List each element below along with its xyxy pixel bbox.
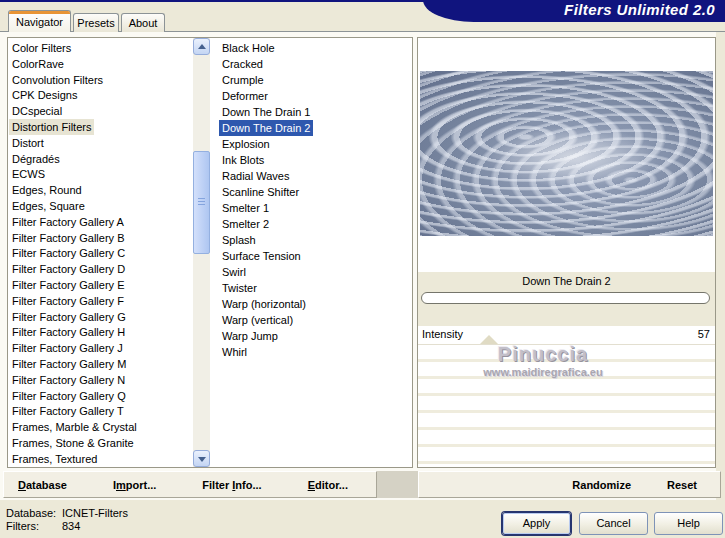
- lists-panel: Color FiltersColorRaveConvolution Filter…: [7, 37, 413, 468]
- category-list-item[interactable]: Filter Factory Gallery J: [9, 340, 126, 356]
- toolbar-right: Randomize Reset: [418, 471, 721, 498]
- filter-list[interactable]: Black HoleCrackedCrumpleDeformerDown The…: [219, 40, 409, 465]
- category-list-item[interactable]: ColorRave: [9, 56, 67, 72]
- database-button[interactable]: Database: [18, 479, 67, 491]
- scrollbar-thumb[interactable]: [193, 151, 210, 254]
- category-list-item[interactable]: Filter Factory Gallery E: [9, 277, 127, 293]
- category-list-item[interactable]: Edges, Round: [9, 182, 85, 198]
- filter-list-item[interactable]: Surface Tension: [219, 248, 304, 264]
- category-list-item[interactable]: Filter Factory Gallery F: [9, 293, 127, 309]
- filters-count-value: 834: [62, 520, 80, 532]
- category-scrollbar[interactable]: [193, 38, 210, 467]
- randomize-button[interactable]: Randomize: [572, 479, 631, 491]
- filter-list-item[interactable]: Twister: [219, 280, 260, 296]
- filter-list-item[interactable]: Smelter 2: [219, 216, 272, 232]
- import-button[interactable]: Import...: [113, 479, 156, 491]
- category-list-item[interactable]: Filter Factory Gallery D: [9, 261, 128, 277]
- category-list[interactable]: Color FiltersColorRaveConvolution Filter…: [9, 40, 192, 465]
- category-list-item[interactable]: Distortion Filters: [9, 119, 94, 135]
- category-list-item[interactable]: Filter Factory Gallery M: [9, 356, 129, 372]
- reset-button[interactable]: Reset: [667, 479, 697, 491]
- category-list-item[interactable]: Distort: [9, 135, 47, 151]
- filter-list-item[interactable]: Down The Drain 1: [219, 104, 313, 120]
- navigator-tab-page: Color FiltersColorRaveConvolution Filter…: [0, 31, 725, 500]
- category-list-item[interactable]: Filter Factory Gallery Q: [9, 388, 129, 404]
- filter-list-item[interactable]: Cracked: [219, 56, 266, 72]
- category-list-item[interactable]: Dégradés: [9, 151, 63, 167]
- category-list-item[interactable]: ECWS: [9, 166, 48, 182]
- editor-button[interactable]: Editor...: [308, 479, 348, 491]
- intensity-slider-row[interactable]: Intensity 57: [418, 326, 715, 345]
- progress-bar: [421, 292, 710, 304]
- help-button[interactable]: Help: [654, 512, 723, 535]
- filter-list-item[interactable]: Down The Drain 2: [219, 120, 313, 136]
- category-list-item[interactable]: DCspecial: [9, 103, 65, 119]
- category-list-item[interactable]: Frames, Stone & Granite: [9, 435, 137, 451]
- filter-list-item[interactable]: Whirl: [219, 344, 250, 360]
- category-list-item[interactable]: Edges, Square: [9, 198, 88, 214]
- intensity-label: Intensity: [422, 328, 463, 340]
- database-status-value: ICNET-Filters: [62, 507, 128, 519]
- filter-list-item[interactable]: Black Hole: [219, 40, 278, 56]
- category-list-item[interactable]: Frames, Marble & Crystal: [9, 419, 140, 435]
- page-margin: [716, 32, 725, 500]
- parameter-rows: [418, 345, 715, 467]
- toolbar-left: Database Import... Filter Info... Editor…: [3, 471, 377, 498]
- title-banner: Filters Unlimited 2.0: [423, 0, 725, 22]
- filter-list-item[interactable]: Radial Waves: [219, 168, 292, 184]
- category-list-item[interactable]: Filter Factory Gallery G: [9, 309, 129, 325]
- filter-list-item[interactable]: Smelter 1: [219, 200, 272, 216]
- filter-list-item[interactable]: Ink Blots: [219, 152, 267, 168]
- filter-list-item[interactable]: Deformer: [219, 88, 271, 104]
- filter-info-button[interactable]: Filter Info...: [202, 479, 261, 491]
- category-list-item[interactable]: CPK Designs: [9, 87, 80, 103]
- filter-preview-image: [420, 71, 713, 236]
- tab-navigator[interactable]: Navigator: [8, 10, 71, 32]
- filter-list-item[interactable]: Crumple: [219, 72, 267, 88]
- database-status-label: Database:: [6, 507, 56, 519]
- category-list-item[interactable]: Filter Factory Gallery B: [9, 230, 127, 246]
- category-list-item[interactable]: Filter Factory Gallery A: [9, 214, 127, 230]
- apply-button[interactable]: Apply: [502, 512, 571, 535]
- tab-presets[interactable]: Presets: [73, 13, 119, 32]
- category-list-item[interactable]: Filter Factory Gallery N: [9, 372, 128, 388]
- filter-list-item[interactable]: Splash: [219, 232, 259, 248]
- preview-caption: Down The Drain 2: [418, 272, 715, 290]
- filters-count-label: Filters:: [6, 520, 39, 532]
- category-list-item[interactable]: Filter Factory Gallery C: [9, 245, 128, 261]
- caption-block: Down The Drain 2: [418, 272, 715, 326]
- app-title: Filters Unlimited 2.0: [564, 1, 715, 18]
- cancel-button[interactable]: Cancel: [579, 512, 648, 535]
- scroll-up-icon[interactable]: [193, 38, 210, 55]
- filter-list-item[interactable]: Swirl: [219, 264, 249, 280]
- status-bar: Database: ICNET-Filters Filters: 834 App…: [0, 500, 725, 538]
- category-list-item[interactable]: Frames, Textured: [9, 451, 100, 465]
- category-list-item[interactable]: Convolution Filters: [9, 72, 106, 88]
- filter-list-item[interactable]: Scanline Shifter: [219, 184, 302, 200]
- filters-unlimited-dialog: Filters Unlimited 2.0 Navigator Presets …: [0, 0, 725, 538]
- category-list-item[interactable]: Color Filters: [9, 40, 74, 56]
- intensity-thumb[interactable]: [480, 335, 498, 344]
- category-list-item[interactable]: Filter Factory Gallery H: [9, 324, 128, 340]
- category-list-item[interactable]: Filter Factory Gallery T: [9, 403, 127, 419]
- filter-list-item[interactable]: Warp (horizontal): [219, 296, 309, 312]
- tab-about[interactable]: About: [121, 13, 165, 32]
- filter-list-item[interactable]: Warp Jump: [219, 328, 281, 344]
- toolbar-gap: [377, 471, 418, 498]
- filter-list-item[interactable]: Explosion: [219, 136, 273, 152]
- scroll-down-icon[interactable]: [193, 450, 210, 467]
- preview-panel: Down The Drain 2 Intensity 57 Pinuccia w…: [417, 37, 716, 468]
- intensity-value: 57: [698, 328, 710, 340]
- filter-list-item[interactable]: Warp (vertical): [219, 312, 296, 328]
